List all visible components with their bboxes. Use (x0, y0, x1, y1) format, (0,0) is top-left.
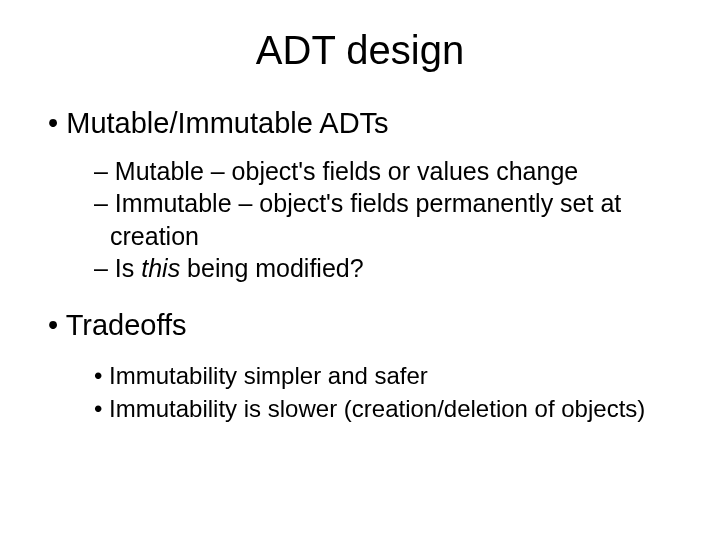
sub-item-is-this: Is this being modified? (94, 252, 678, 285)
sub-item-immutable: Immutable – object's fields permanently … (94, 187, 678, 252)
text-italic-this: this (141, 254, 180, 282)
sub-item-simpler: Immutability simpler and safer (94, 360, 678, 392)
bullet-heading-tradeoffs: Tradeoffs (48, 307, 678, 345)
sub-item-mutable: Mutable – object's fields or values chan… (94, 155, 678, 188)
sub-item-slower: Immutability is slower (creation/deletio… (94, 393, 678, 425)
bullet-heading-mutable: Mutable/Immutable ADTs (48, 105, 678, 143)
text-suffix: being modified? (180, 254, 363, 282)
slide-title: ADT design (42, 28, 678, 73)
section-mutable-immutable: Mutable/Immutable ADTs Mutable – object'… (42, 105, 678, 285)
text-prefix: Is (115, 254, 141, 282)
section-tradeoffs: Tradeoffs Immutability simpler and safer… (42, 307, 678, 425)
